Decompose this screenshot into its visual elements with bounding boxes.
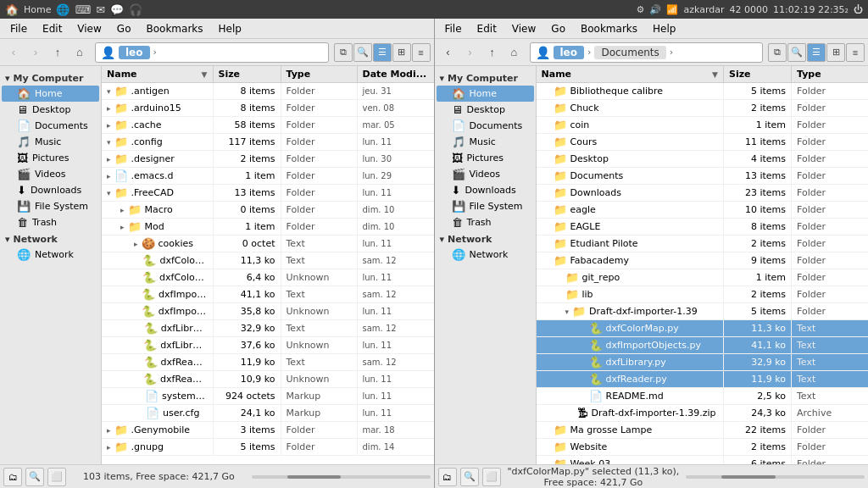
sidebar-item-network-left[interactable]: 🌐 Network (2, 247, 99, 263)
expand-arrow[interactable]: ▾ (565, 308, 570, 316)
table-row[interactable]: 📄system.cfg924 octetsMarkuplun. 11 (102, 388, 434, 405)
back-button-left[interactable]: ‹ (3, 42, 24, 63)
expand-arrow[interactable]: ▾ (107, 138, 111, 147)
menu-file-right[interactable]: File (438, 21, 469, 36)
volume-icon[interactable]: 🔊 (649, 4, 661, 15)
table-row[interactable]: ▸📁.designer2 itemsFolderlun. 30 (102, 151, 434, 168)
expand-arrow[interactable]: ▾ (107, 87, 111, 96)
header-size-right[interactable]: Size (724, 66, 792, 82)
terminal-icon[interactable]: ⌨ (75, 3, 91, 16)
header-type-left[interactable]: Type (281, 66, 358, 82)
table-row[interactable]: 🐍dxfColorMap.pyc6,4 koUnknownlun. 11 (102, 269, 434, 286)
menu-help-right[interactable]: Help (646, 21, 682, 36)
table-row[interactable]: 📁Week 036 itemsFolder (537, 456, 869, 464)
expand-arrow[interactable]: ▸ (134, 240, 138, 248)
table-row[interactable]: 📁Ma grosse Lampe22 itemsFolder (537, 422, 869, 439)
settings-icon[interactable]: ⚙ (637, 4, 645, 15)
table-row[interactable]: 📁Chuck2 itemsFolder (537, 100, 869, 117)
table-row[interactable]: 📁Documents13 itemsFolder (537, 168, 869, 185)
table-row[interactable]: 🐍dxfLibrary.py32,9 koText (537, 354, 869, 371)
grid-view-button-left[interactable]: ⊞ (392, 43, 411, 62)
grid-view-button-right[interactable]: ⊞ (826, 43, 845, 62)
table-row[interactable]: 📁eagle10 itemsFolder (537, 202, 869, 219)
location-extra-right[interactable]: Documents (594, 46, 665, 59)
table-row[interactable]: ▸📄.emacs.d1 itemFolderlun. 29 (102, 168, 434, 185)
new-window-button-left[interactable]: ⧉ (334, 43, 353, 62)
header-date-left[interactable]: Date Modi... (358, 66, 434, 82)
table-row[interactable]: 📁Fabacademy9 itemsFolder (537, 252, 869, 269)
back-button-right[interactable]: ‹ (438, 42, 459, 63)
sidebar-item-home-right[interactable]: 🏠 Home (437, 86, 534, 102)
table-row[interactable]: 🐍dxfLibrary.pyc37,6 koUnknownlun. 11 (102, 337, 434, 354)
sidebar-item-videos-left[interactable]: 🎬 Videos (2, 166, 99, 182)
expand-arrow[interactable]: ▸ (107, 172, 111, 180)
expand-arrow[interactable]: ▸ (107, 121, 111, 130)
sidebar-item-documents-right[interactable]: 📄 Documents (437, 118, 534, 134)
my-computer-section-right[interactable]: ▾ My Computer (435, 69, 536, 86)
table-row[interactable]: 🗜Draft-dxf-importer-1.39.zip24,3 koArchi… (537, 405, 869, 422)
table-row[interactable]: ▾📁.FreeCAD13 itemsFolderlun. 11 (102, 185, 434, 202)
table-row[interactable]: ▾📁Draft-dxf-importer-1.395 itemsFolder (537, 303, 869, 320)
expand-arrow[interactable]: ▸ (120, 206, 125, 214)
up-button-right[interactable]: ↑ (482, 42, 503, 63)
header-size-left[interactable]: Size (214, 66, 281, 82)
expand-arrow[interactable]: ▸ (107, 155, 111, 164)
table-row[interactable]: 🐍dxfColorMap.py11,3 koText (537, 320, 869, 337)
home-icon[interactable]: 🏠 (5, 3, 19, 16)
compact-view-button-right[interactable]: ≡ (846, 43, 865, 62)
globe-icon[interactable]: 🌐 (56, 3, 70, 16)
chat-icon[interactable]: 💬 (110, 3, 124, 16)
status-btn2-right[interactable]: 🔍 (460, 468, 479, 486)
table-row[interactable]: ▸📁.Genymobile3 itemsFoldermar. 18 (102, 422, 434, 439)
my-computer-section-left[interactable]: ▾ My Computer (0, 69, 101, 86)
status-btn2-left[interactable]: 🔍 (25, 468, 44, 486)
sidebar-item-trash-right[interactable]: 🗑 Trash (437, 214, 534, 230)
status-btn1-left[interactable]: 🗂 (3, 468, 22, 486)
sidebar-item-documents-left[interactable]: 📄 Documents (2, 118, 99, 134)
table-row[interactable]: 📁git_repo1 itemFolder (537, 269, 869, 286)
location-user-right[interactable]: leo (554, 46, 585, 59)
sidebar-item-trash-left[interactable]: 🗑 Trash (2, 214, 99, 230)
network-section-left[interactable]: ▾ Network (0, 230, 101, 247)
table-row[interactable]: ▸🍪cookies0 octetTextlun. 11 (102, 236, 434, 252)
search-button-left[interactable]: 🔍 (353, 43, 372, 62)
expand-arrow[interactable]: ▸ (107, 426, 111, 435)
table-row[interactable]: 📁Bibliotheque calibre5 itemsFolder (537, 83, 869, 100)
table-row[interactable]: 📁Cours11 itemsFolder (537, 134, 869, 151)
status-btn3-right[interactable]: ⬜ (482, 468, 501, 486)
forward-button-right[interactable]: › (460, 42, 481, 63)
table-row[interactable]: 🐍dxfReader.pyc10,9 koUnknownlun. 11 (102, 371, 434, 388)
table-row[interactable]: 📁Website2 itemsFolder (537, 439, 869, 456)
mail-icon[interactable]: ✉ (96, 3, 105, 16)
list-view-button-right[interactable]: ☰ (807, 43, 826, 62)
menu-go-left[interactable]: Go (110, 21, 138, 36)
sidebar-item-network-right[interactable]: 🌐 Network (437, 247, 534, 263)
menu-edit-right[interactable]: Edit (470, 21, 504, 36)
table-row[interactable]: 🐍dxfColorMap.py11,3 koTextsam. 12 (102, 252, 434, 269)
header-type-right[interactable]: Type (792, 66, 868, 82)
header-name-right[interactable]: Name ▼ (537, 66, 725, 82)
sidebar-item-pictures-right[interactable]: 🖼 Pictures (437, 150, 534, 166)
expand-arrow[interactable]: ▸ (107, 104, 111, 113)
sidebar-item-filesystem-left[interactable]: 💾 File System (2, 198, 99, 214)
table-row[interactable]: 🐍dxfReader.py11,9 koText (537, 371, 869, 388)
menu-go-right[interactable]: Go (544, 21, 572, 36)
menu-edit-left[interactable]: Edit (36, 21, 69, 36)
status-btn3-left[interactable]: ⬜ (47, 468, 66, 486)
sidebar-item-desktop-left[interactable]: 🖥 Desktop (2, 102, 99, 118)
sidebar-item-filesystem-right[interactable]: 💾 File System (437, 198, 534, 214)
table-row[interactable]: 📁Downloads23 itemsFolder (537, 185, 869, 202)
home-button-left[interactable]: ⌂ (70, 42, 90, 63)
table-row[interactable]: ▸📁.cache58 itemsFoldermar. 05 (102, 117, 434, 134)
table-row[interactable]: 📁Desktop4 itemsFolder (537, 151, 869, 168)
table-row[interactable]: 📄README.md2,5 koText (537, 388, 869, 405)
table-row[interactable]: ▸📁.arduino158 itemsFolderven. 08 (102, 100, 434, 117)
sidebar-item-home-left[interactable]: 🏠 Home (2, 86, 99, 102)
network-section-right[interactable]: ▾ Network (435, 230, 536, 247)
power-icon[interactable]: ⏻ (854, 4, 863, 15)
sidebar-item-music-right[interactable]: 🎵 Music (437, 134, 534, 150)
table-row[interactable]: 📁coin1 itemFolder (537, 117, 869, 134)
sidebar-item-desktop-right[interactable]: 🖥 Desktop (437, 102, 534, 118)
table-row[interactable]: 📁Etudiant Pilote2 itemsFolder (537, 236, 869, 252)
wifi-icon[interactable]: 📶 (666, 4, 678, 15)
